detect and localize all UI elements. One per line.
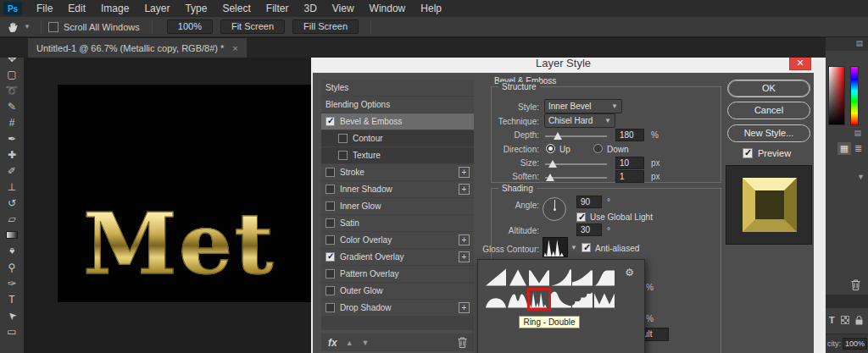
delete-layer-icon[interactable]	[851, 279, 860, 290]
duplicate-effect-icon[interactable]: +	[459, 234, 470, 245]
preview-checkbox[interactable]	[743, 148, 753, 158]
panel-options-icon[interactable]: ▤	[854, 129, 861, 137]
crop-tool-icon[interactable]: #	[0, 114, 24, 130]
chevron-down-icon[interactable]: ▼	[24, 23, 31, 30]
contour-tile-rounded-steps[interactable]	[572, 290, 593, 309]
contour-tile-half-round[interactable]	[486, 290, 506, 309]
delete-effect-icon[interactable]	[458, 337, 467, 348]
direction-up-radio[interactable]	[546, 144, 555, 153]
style-row-gradient-overlay-checkbox[interactable]	[326, 252, 335, 262]
rectangle-tool-icon[interactable]: ▭	[0, 323, 24, 339]
lasso-tool-icon[interactable]: ➰	[0, 82, 24, 98]
brush-tool-icon[interactable]: ✐	[0, 163, 24, 179]
gear-icon[interactable]: ⚙	[625, 267, 634, 279]
altitude-input[interactable]: 30	[576, 223, 602, 236]
opacity-value[interactable]: 100%	[843, 338, 867, 350]
contour-tile-sawtooth-1[interactable]	[594, 290, 615, 309]
dodge-tool-icon[interactable]: ⚲	[0, 259, 24, 275]
healing-brush-tool-icon[interactable]: ✚	[0, 146, 24, 163]
duplicate-effect-icon[interactable]: +	[459, 302, 470, 313]
blur-tool-icon[interactable]: ♠	[0, 243, 24, 259]
move-effect-up-icon[interactable]: ▲	[346, 339, 353, 347]
style-row-bevel-emboss[interactable]: Bevel & Emboss	[321, 113, 474, 130]
style-row-texture-checkbox[interactable]	[338, 151, 348, 160]
menu-item-image[interactable]: Image	[93, 3, 136, 14]
lock-position-icon[interactable]	[855, 316, 863, 325]
panel-menu-icon[interactable]: ▤	[855, 39, 863, 47]
ok-button[interactable]: OK	[727, 80, 810, 97]
new-style-button[interactable]: New Style...	[727, 124, 810, 142]
color-saturation-box[interactable]	[828, 66, 845, 125]
grid-view-icon[interactable]: ▦	[837, 142, 851, 155]
gradient-tool-icon[interactable]	[0, 227, 24, 243]
style-row-inner-shadow-checkbox[interactable]	[326, 185, 335, 194]
history-brush-tool-icon[interactable]: ↺	[0, 195, 24, 211]
contour-tile-gaussian[interactable]	[594, 268, 615, 287]
style-row-blending-options[interactable]: Blending Options	[321, 97, 474, 113]
depth-input[interactable]: 180	[615, 129, 644, 141]
pen-tool-icon[interactable]: ✑	[0, 275, 24, 291]
path-selection-tool-icon[interactable]: ➤	[0, 307, 24, 323]
clone-stamp-tool-icon[interactable]: ⊥	[0, 179, 24, 195]
style-row-satin[interactable]: Satin	[321, 215, 474, 231]
contour-tile-cove-deep[interactable]	[551, 268, 571, 287]
angle-dial[interactable]	[542, 197, 566, 221]
style-row-contour-checkbox[interactable]	[338, 134, 348, 143]
lock-transparency-icon[interactable]: T	[829, 315, 835, 325]
chevron-down-icon[interactable]: ▼	[570, 244, 577, 251]
anti-aliased-checkbox[interactable]	[581, 243, 591, 252]
duplicate-effect-icon[interactable]: +	[459, 251, 470, 262]
styles-list-header[interactable]: Styles	[321, 80, 474, 96]
style-row-outer-glow-checkbox[interactable]	[326, 286, 335, 295]
style-row-inner-shadow[interactable]: Inner Shadow+	[321, 181, 474, 197]
menu-item-help[interactable]: Help	[413, 3, 449, 14]
chevron-down-icon[interactable]: ▼	[857, 173, 865, 181]
menu-item-window[interactable]: Window	[362, 3, 414, 14]
contour-tile-ring-double[interactable]	[529, 290, 549, 309]
contour-tile-cove-shallow[interactable]	[572, 268, 593, 287]
size-input[interactable]: 10	[615, 157, 644, 169]
size-slider[interactable]	[545, 163, 607, 165]
style-row-satin-checkbox[interactable]	[326, 218, 335, 228]
style-row-color-overlay[interactable]: Color Overlay+	[321, 232, 474, 248]
zoom-100-button[interactable]: 100%	[167, 19, 213, 34]
hue-slider[interactable]	[850, 66, 859, 125]
tab-close-icon[interactable]: ×	[232, 43, 237, 53]
angle-input[interactable]: 90	[576, 196, 602, 208]
marquee-tool-icon[interactable]: ▢	[0, 66, 24, 82]
menu-item-3d[interactable]: 3D	[296, 3, 324, 14]
technique-dropdown[interactable]: Chisel Hard ▼	[544, 113, 615, 128]
direction-down-radio[interactable]	[593, 144, 603, 153]
menu-item-edit[interactable]: Edit	[60, 3, 93, 14]
contour-tile-ring[interactable]	[508, 290, 528, 309]
style-row-stroke-checkbox[interactable]	[326, 168, 335, 177]
list-view-icon[interactable]: ≣	[854, 142, 862, 155]
quick-selection-tool-icon[interactable]: ✎	[0, 98, 24, 114]
style-row-drop-shadow-checkbox[interactable]	[326, 303, 335, 312]
fit-screen-button[interactable]: Fit Screen	[220, 19, 285, 34]
menu-item-type[interactable]: Type	[177, 3, 214, 14]
menu-item-layer[interactable]: Layer	[136, 3, 177, 14]
menu-item-view[interactable]: View	[325, 3, 362, 14]
eyedropper-tool-icon[interactable]: ✒	[0, 130, 24, 146]
use-global-light-checkbox[interactable]	[576, 212, 586, 222]
hand-tool-icon[interactable]	[7, 20, 20, 34]
style-row-pattern-overlay-checkbox[interactable]	[326, 269, 335, 279]
gloss-contour-thumbnail[interactable]	[542, 237, 568, 257]
style-row-gradient-overlay[interactable]: Gradient Overlay+	[321, 249, 474, 265]
depth-slider-thumb[interactable]	[554, 132, 562, 140]
style-row-inner-glow[interactable]: Inner Glow	[321, 198, 474, 214]
style-row-pattern-overlay[interactable]: Pattern Overlay	[321, 266, 474, 282]
move-effect-down-icon[interactable]: ▼	[362, 339, 370, 347]
menu-item-file[interactable]: File	[29, 3, 60, 14]
add-effect-fx-button[interactable]: fx	[328, 337, 337, 349]
style-row-stroke[interactable]: Stroke+	[321, 164, 474, 180]
cancel-button[interactable]: Cancel	[727, 102, 810, 119]
soften-slider-thumb[interactable]	[546, 174, 554, 181]
duplicate-effect-icon[interactable]: +	[459, 184, 470, 195]
contour-tile-cone[interactable]	[508, 268, 528, 287]
contour-tile-linear[interactable]	[486, 268, 506, 287]
style-row-bevel-emboss-checkbox[interactable]	[326, 117, 335, 126]
document-tab[interactable]: Untitled-1 @ 66.7% (Metallic copy, RGB/8…	[28, 38, 247, 58]
duplicate-effect-icon[interactable]: +	[459, 167, 470, 178]
